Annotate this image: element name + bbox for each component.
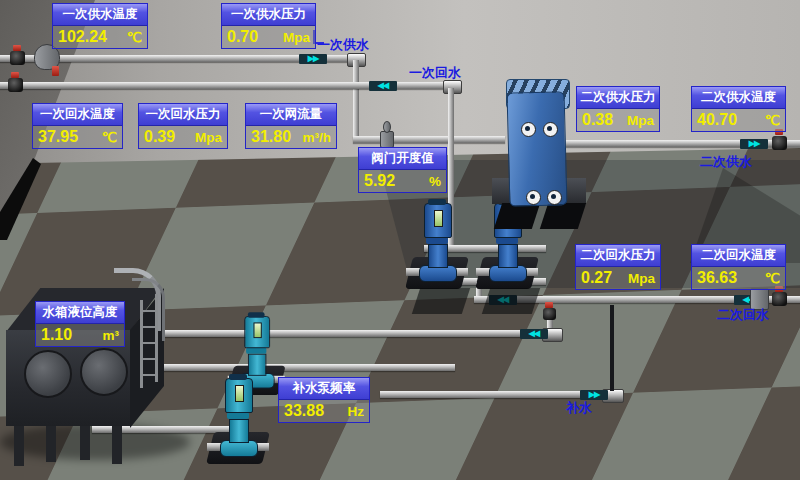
tag-value: 5.92 — [364, 172, 395, 190]
tag-unit: ℃ — [765, 270, 780, 286]
tag-makeup-pump-freq: 补水泵频率 33.88Hz — [278, 377, 370, 423]
flow-arrow-left-icon: ◀◀ — [520, 329, 548, 339]
tank-leg — [46, 426, 56, 462]
tag-primary-net-flow: 一次网流量 31.80m³/h — [245, 103, 337, 149]
valve-return-outlet[interactable] — [8, 78, 23, 92]
tag-value: 102.24 — [58, 28, 107, 46]
tag-valve-opening: 阀门开度值 5.92% — [358, 147, 447, 193]
valve-handle — [13, 45, 21, 51]
pump-body — [248, 354, 266, 376]
tag-unit: Mpa — [627, 113, 654, 128]
exchanger-port — [521, 122, 536, 137]
tag-unit: ℃ — [127, 29, 142, 45]
tag-secondary-return-temp: 二次回水温度 36.63℃ — [691, 244, 786, 290]
tag-secondary-supply-temp: 二次供水温度 40.70℃ — [691, 86, 786, 132]
tank-manhole — [24, 350, 72, 398]
pipe-tank-line — [148, 330, 548, 337]
tag-title: 一次回水压力 — [139, 104, 227, 126]
tag-value: 0.27 — [581, 269, 612, 287]
ladder-rungs — [140, 310, 158, 312]
exchanger-port — [526, 190, 541, 205]
pump-neck — [426, 237, 448, 244]
tag-unit: m³ — [103, 328, 120, 343]
pipe-primary-supply-drop — [353, 60, 359, 140]
pipe-label-secondary-supply: 二次供水 — [700, 153, 752, 171]
valve-secondary-return[interactable] — [772, 292, 787, 306]
tag-title: 一次网流量 — [246, 104, 336, 126]
tag-title: 水箱液位高度 — [36, 302, 124, 324]
tank-manhole — [80, 348, 128, 396]
pump-shadow — [482, 288, 540, 314]
tag-primary-supply-temp: 一次供水温度 102.24℃ — [52, 3, 148, 49]
tag-tank-level: 水箱液位高度 1.10m³ — [35, 301, 125, 347]
tag-unit: % — [429, 174, 441, 189]
tag-unit: Hz — [348, 404, 365, 419]
ladder-rail — [140, 300, 143, 388]
tank-leg — [112, 426, 122, 464]
flow-arrow-right-icon: ▶▶ — [299, 54, 327, 64]
tag-value: 0.70 — [227, 28, 258, 46]
tag-unit: Mpa — [195, 130, 222, 145]
tag-primary-supply-press: 一次供水压力 0.70Mpa — [221, 3, 316, 49]
tag-value: 31.80 — [251, 128, 291, 146]
tag-title: 阀门开度值 — [359, 148, 446, 170]
pump-status-window — [253, 322, 261, 338]
pipe-label-primary-return: 一次回水 — [409, 64, 461, 82]
tank-leg — [14, 426, 24, 466]
pump-cap — [248, 312, 265, 318]
pump-body — [498, 244, 518, 268]
tag-title: 二次回水压力 — [576, 245, 660, 267]
hmi-screen: ▶▶ ◀◀ ▶▶ ◀◀ ◀◀ ◀◀ ▶▶ — [0, 0, 800, 480]
tag-title: 二次供水温度 — [692, 87, 785, 109]
pump-stub — [476, 268, 490, 276]
pump-neck — [496, 237, 518, 244]
tag-title: 一次供水温度 — [53, 4, 147, 26]
flow-arrow-left-icon: ◀◀ — [369, 81, 397, 91]
pipe-tank-outlet — [155, 364, 455, 371]
valve-handle — [11, 72, 19, 78]
pipe-label-makeup: 补水 — [566, 399, 592, 417]
flow-arrow-right-icon: ▶▶ — [740, 139, 768, 149]
tag-title: 补水泵频率 — [279, 378, 369, 400]
pump-cap — [428, 199, 446, 205]
exchanger-port — [547, 190, 562, 205]
tag-unit: Mpa — [628, 271, 655, 286]
pipe-makeup — [380, 391, 610, 398]
tag-value: 40.70 — [697, 111, 737, 129]
valve-supply-inlet[interactable] — [10, 51, 25, 65]
ladder-rail — [155, 294, 158, 382]
tag-value: 33.88 — [284, 402, 324, 420]
tag-value: 0.38 — [582, 111, 613, 129]
pump-body — [229, 419, 249, 443]
tag-unit: m³/h — [303, 130, 332, 145]
tag-secondary-return-press: 二次回水压力 0.27Mpa — [575, 244, 661, 290]
tag-unit: ℃ — [102, 129, 117, 145]
tag-title: 一次供水压力 — [222, 4, 315, 26]
tag-primary-return-temp: 一次回水温度 37.95℃ — [32, 103, 123, 149]
circulation-pump-1[interactable] — [415, 203, 459, 291]
pump-body — [428, 244, 448, 268]
tag-title: 二次回水温度 — [692, 245, 785, 267]
tank-leg — [80, 426, 90, 460]
pump-cap — [229, 374, 247, 380]
tag-value: 37.95 — [38, 128, 78, 146]
makeup-pump-2[interactable] — [216, 378, 260, 466]
pipe-label-secondary-return: 二次回水 — [717, 306, 769, 324]
pipe-to-exchanger — [353, 136, 505, 143]
tag-value: 0.39 — [144, 128, 175, 146]
tag-title: 二次供水压力 — [577, 87, 659, 109]
tag-unit: ℃ — [765, 112, 780, 128]
pump-status-window — [235, 385, 244, 402]
pump-shadow — [412, 288, 470, 314]
tag-unit: Mpa — [283, 30, 310, 45]
heat-exchanger[interactable] — [507, 91, 568, 206]
valve-secondary-supply[interactable] — [772, 136, 787, 150]
gauge — [52, 66, 59, 76]
pump-status-window — [434, 210, 443, 227]
exchanger-port — [543, 122, 558, 137]
tag-value: 36.63 — [697, 269, 737, 287]
valve-makeup[interactable] — [543, 308, 556, 320]
pipe-makeup-riser — [610, 305, 614, 391]
control-valve[interactable] — [380, 131, 394, 148]
tag-secondary-supply-press: 二次供水压力 0.38Mpa — [576, 86, 660, 132]
